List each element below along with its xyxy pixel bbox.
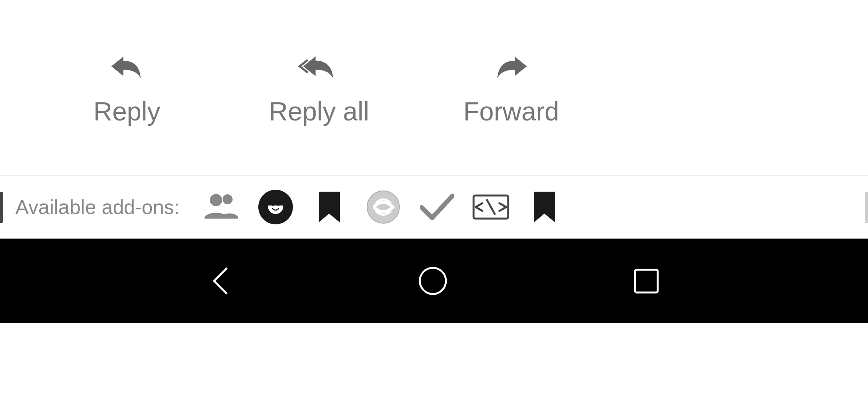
check-addon-icon[interactable]: [418, 188, 456, 226]
contacts-addon-icon[interactable]: [203, 188, 241, 226]
svg-point-0: [210, 194, 222, 206]
bookmark-addon-icon[interactable]: [310, 188, 349, 226]
svg-point-1: [223, 194, 233, 204]
reply-button[interactable]: Reply: [31, 34, 223, 142]
addons-label: Available add-ons:: [15, 195, 180, 219]
screen-addon-icon[interactable]: [472, 188, 510, 226]
reply-all-icon: [298, 50, 340, 89]
forward-label: Forward: [463, 96, 559, 126]
svg-point-8: [420, 268, 446, 294]
forward-button[interactable]: Forward: [415, 34, 607, 142]
reply-all-button[interactable]: Reply all: [223, 34, 415, 142]
left-scroll-indicator: [0, 192, 3, 223]
svg-rect-9: [635, 270, 658, 292]
addons-bar: Available add-ons:: [0, 176, 868, 239]
action-bar: Reply Reply all Forward: [0, 0, 868, 175]
home-button[interactable]: [417, 266, 448, 296]
email-actions-area: Reply Reply all Forward: [0, 0, 868, 239]
bookmark2-addon-icon[interactable]: [525, 188, 564, 226]
candy-addon-icon[interactable]: [364, 188, 402, 226]
right-scroll-indicator: [865, 192, 868, 223]
recents-button[interactable]: [632, 267, 661, 296]
reply-icon: [110, 50, 144, 89]
android-nav-bar: [0, 239, 868, 323]
addons-container: Available add-ons:: [0, 176, 868, 239]
svg-line-7: [487, 200, 495, 214]
back-button[interactable]: [207, 266, 234, 296]
reply-all-label: Reply all: [269, 96, 369, 126]
forward-icon: [494, 50, 529, 89]
face-addon-icon[interactable]: [256, 188, 295, 226]
reply-label: Reply: [93, 96, 160, 126]
